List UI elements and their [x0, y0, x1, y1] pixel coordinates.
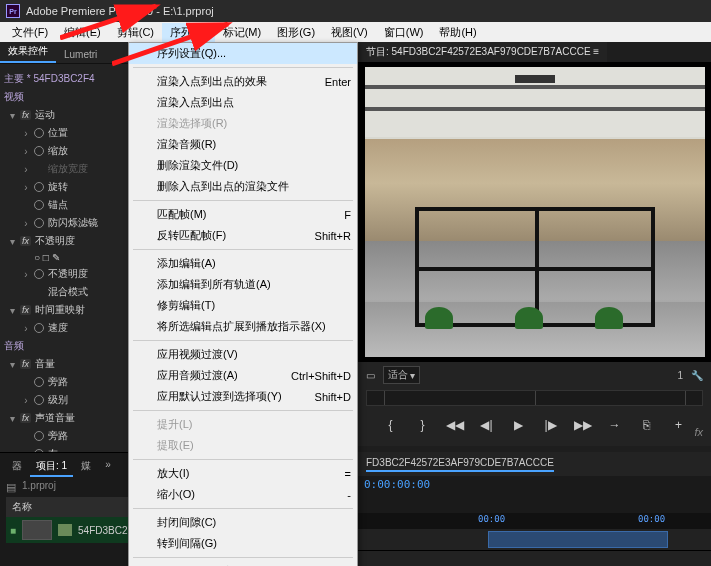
menu-7[interactable]: 窗口(W)	[376, 23, 432, 42]
menu-8[interactable]: 帮助(H)	[431, 23, 484, 42]
timeline-ruler[interactable]: 00:00 00:00	[358, 513, 711, 529]
settings-icon[interactable]: 🔧	[691, 370, 703, 381]
channel-volume-section[interactable]: ▾fx声道音量	[4, 409, 124, 427]
menu-1[interactable]: 编辑(E)	[56, 23, 109, 42]
step-fwd-button[interactable]: |▶	[542, 416, 560, 434]
chv-bypass[interactable]: 旁路	[4, 427, 124, 445]
menu-item-label: 转到间隔(G)	[157, 536, 217, 551]
timeline-timecode[interactable]: 0:00:00:00	[364, 478, 430, 491]
menu-item-18[interactable]: 应用音频过渡(A)Ctrl+Shift+D	[129, 365, 357, 386]
menu-separator	[133, 249, 353, 250]
timeremap-section[interactable]: ▾fx时间重映射	[4, 301, 124, 319]
program-monitor-tab[interactable]: 节目: 54FD3BC2F42572E3AF979CDE7B7ACCCE ≡	[358, 42, 607, 62]
menu-6[interactable]: 视图(V)	[323, 23, 376, 42]
anchor-row[interactable]: 锚点	[4, 196, 124, 214]
clip-icon[interactable]: ▭	[366, 370, 375, 381]
menu-item-3[interactable]: 渲染入点到出点	[129, 92, 357, 113]
menu-item-label: 渲染选择项(R)	[157, 116, 227, 131]
menu-4[interactable]: 标记(M)	[215, 23, 270, 42]
menu-item-0[interactable]: 序列设置(Q)...	[129, 43, 357, 64]
menu-item-12[interactable]: 添加编辑(A)	[129, 253, 357, 274]
menu-item-19[interactable]: 应用默认过渡到选择项(Y)Shift+D	[129, 386, 357, 407]
proj-tab-project[interactable]: 项目: 1	[30, 457, 73, 477]
menu-item-label: 反转匹配帧(F)	[157, 228, 226, 243]
menu-item-15[interactable]: 将所选编辑点扩展到播放指示器(X)	[129, 316, 357, 337]
blend-row[interactable]: 混合模式	[4, 283, 124, 301]
menu-item-14[interactable]: 修剪编辑(T)	[129, 295, 357, 316]
menu-item-9[interactable]: 匹配帧(M)F	[129, 204, 357, 225]
video-clip[interactable]	[488, 531, 668, 548]
goto-out-button[interactable]: →	[606, 416, 624, 434]
menu-shortcut: Shift+D	[315, 391, 351, 403]
list-view-icon[interactable]: ▤	[6, 481, 16, 494]
audio-track[interactable]	[358, 551, 711, 566]
proj-tab-more[interactable]: »	[99, 457, 117, 477]
speed-row[interactable]: ›速度	[4, 319, 124, 337]
menu-item-label: 渲染入点到出点的效果	[157, 74, 267, 89]
menu-item-label: 缩小(O)	[157, 487, 195, 502]
mark-in-button[interactable]: {	[382, 416, 400, 434]
menu-item-21: 提升(L)	[129, 414, 357, 435]
menu-item-17[interactable]: 应用视频过渡(V)	[129, 344, 357, 365]
menu-shortcut: =	[345, 468, 351, 480]
menu-item-24[interactable]: 放大(I)=	[129, 463, 357, 484]
menu-item-5[interactable]: 渲染音频(R)	[129, 134, 357, 155]
menu-item-label: 添加编辑到所有轨道(A)	[157, 277, 271, 292]
menu-item-label: 应用视频过渡(V)	[157, 347, 238, 362]
item-thumbnail	[22, 520, 52, 540]
rotation-row[interactable]: ›旋转	[4, 178, 124, 196]
app-icon: Pr	[6, 4, 20, 18]
motion-section[interactable]: ▾fx运动	[4, 106, 124, 124]
proj-tab-media[interactable]: 媒	[75, 457, 97, 477]
level-row[interactable]: ›级别	[4, 391, 124, 409]
position-row[interactable]: ›位置	[4, 124, 124, 142]
mark-out-button[interactable]: }	[414, 416, 432, 434]
menu-shortcut: F	[344, 209, 351, 221]
timeline-tracks[interactable]	[358, 529, 711, 566]
play-button[interactable]: ▶	[510, 416, 528, 434]
menu-item-2[interactable]: 渲染入点到出点的效果Enter	[129, 71, 357, 92]
menu-3[interactable]: 序列(S)	[162, 23, 215, 42]
video-preview	[365, 67, 705, 357]
opacity-section[interactable]: ▾fx不透明度	[4, 232, 124, 250]
opacity-masks[interactable]: ○ □ ✎	[4, 250, 124, 265]
menu-shortcut: Shift+R	[315, 230, 351, 242]
next-button[interactable]: ▶▶	[574, 416, 592, 434]
proj-tab-a[interactable]: 器	[6, 457, 28, 477]
menu-item-25[interactable]: 缩小(O)-	[129, 484, 357, 505]
menu-item-label: 应用音频过渡(A)	[157, 368, 238, 383]
export-frame-button[interactable]: ⎘	[638, 416, 656, 434]
menu-item-7[interactable]: 删除入点到出点的渲染文件	[129, 176, 357, 197]
menu-item-label: 渲染入点到出点	[157, 95, 234, 110]
transport-bar: { } ◀◀ ◀| ▶ |▶ ▶▶ → ⎘ +	[366, 412, 703, 438]
bypass-row[interactable]: 旁路	[4, 373, 124, 391]
scale-row[interactable]: ›缩放	[4, 142, 124, 160]
fx-badge: fx	[694, 426, 703, 438]
step-back-button[interactable]: ◀|	[478, 416, 496, 434]
prev-button[interactable]: ◀◀	[446, 416, 464, 434]
menu-item-30[interactable]: ✓在时间轴中对齐(S)S	[129, 561, 357, 566]
tab-effect-controls[interactable]: 效果控件	[0, 41, 56, 63]
menu-shortcut: Enter	[325, 76, 351, 88]
button-editor[interactable]: +	[670, 416, 688, 434]
timeline-sequence-tab[interactable]: FD3BC2F42572E3AF979CDE7B7ACCCE	[366, 457, 554, 472]
menu-item-28[interactable]: 转到间隔(G)	[129, 533, 357, 554]
opacity-row[interactable]: ›不透明度	[4, 265, 124, 283]
quality-select[interactable]: 1	[677, 370, 683, 381]
program-ruler[interactable]	[366, 390, 703, 406]
menu-5[interactable]: 图形(G)	[269, 23, 323, 42]
antiflicker-row[interactable]: ›防闪烁滤镜	[4, 214, 124, 232]
menu-item-label: 提取(E)	[157, 438, 194, 453]
menu-item-13[interactable]: 添加编辑到所有轨道(A)	[129, 274, 357, 295]
tab-lumetri[interactable]: Lumetri	[56, 46, 105, 63]
menu-item-27[interactable]: 封闭间隙(C)	[129, 512, 357, 533]
volume-section[interactable]: ▾fx音量	[4, 355, 124, 373]
menu-item-10[interactable]: 反转匹配帧(F)Shift+R	[129, 225, 357, 246]
project-filename: 1.prproj	[22, 477, 56, 497]
menu-0[interactable]: 文件(F)	[4, 23, 56, 42]
menu-item-6[interactable]: 删除渲染文件(D)	[129, 155, 357, 176]
menu-2[interactable]: 剪辑(C)	[109, 23, 162, 42]
video-track[interactable]	[358, 529, 711, 551]
zoom-select[interactable]: 适合▾	[383, 366, 420, 384]
program-controls: ▭ 适合▾ 1 🔧 { } ◀◀ ◀| ▶ |▶ ▶▶ → ⎘ + fx	[358, 362, 711, 446]
